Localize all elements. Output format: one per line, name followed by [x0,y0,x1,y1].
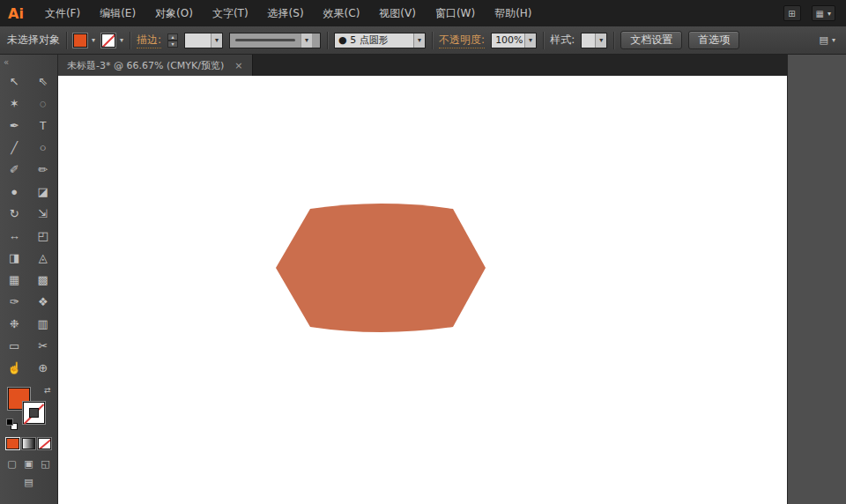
opacity-panel-link[interactable]: 不透明度: [439,33,485,48]
control-panel-menu-button[interactable]: ▤ ▾ [820,34,839,46]
width-profile-select[interactable]: ▾ [229,33,321,48]
arrange-documents-icon: ▦ [816,9,824,19]
stroke-width-select[interactable]: ▾ [184,33,223,48]
menu-file[interactable]: 文件(F) [35,0,90,26]
stepper-up-icon[interactable]: ▴ [167,33,178,41]
stepper-down-icon[interactable]: ▾ [167,41,178,48]
stroke-color-swatch[interactable] [101,33,115,48]
go-to-bridge-button[interactable]: ⊞ [783,5,801,21]
mesh-tool[interactable]: ▦ [0,269,29,291]
artboard-canvas[interactable] [58,76,787,504]
chevron-down-icon: ▾ [826,10,831,18]
menu-effect[interactable]: 效果(C) [314,0,370,26]
drawn-shape[interactable] [276,204,486,332]
direct-selection-tool[interactable]: ⇖ [29,70,58,93]
chevron-down-icon[interactable]: ▾ [301,33,312,48]
gradient-button[interactable] [22,438,35,449]
gradient-tool[interactable]: ▩ [29,269,58,291]
blend-tool[interactable]: ❖ [29,291,58,313]
default-fill-mini-swatch [6,419,13,426]
chevron-down-icon[interactable]: ▾ [118,36,123,44]
document-tab[interactable]: 未标题-3* @ 66.67% (CMYK/预览) × [58,55,253,76]
document-setup-button[interactable]: 文档设置 [620,31,682,49]
chevron-down-icon[interactable]: ▾ [595,33,606,48]
default-fill-stroke-button[interactable] [6,419,18,430]
menu-bar: Ai 文件(F) 编辑(E) 对象(O) 文字(T) 选择(S) 效果(C) 视… [0,0,846,26]
separator [543,32,544,49]
drawing-mode-buttons: ▢ ▣ ◱ [0,458,57,470]
menu-edit[interactable]: 编辑(E) [90,0,145,26]
chevron-down-icon[interactable]: ▾ [90,36,95,44]
free-transform-tool[interactable]: ◰ [29,225,58,247]
symbol-sprayer-tool[interactable]: ❉ [0,313,29,335]
document-tab-bar: 未标题-3* @ 66.67% (CMYK/预览) × [58,55,787,76]
menu-object[interactable]: 对象(O) [145,0,203,26]
illustrator-window: Ai 文件(F) 编辑(E) 对象(O) 文字(T) 选择(S) 效果(C) 视… [0,0,846,504]
stroke-panel-link[interactable]: 描边: [137,33,161,48]
pen-tool[interactable]: ✒ [0,115,29,137]
draw-behind-icon[interactable]: ▣ [21,458,36,470]
swap-fill-stroke-icon[interactable]: ⇄ [44,386,51,395]
pencil-tool[interactable]: ✏ [29,159,58,181]
column-graph-tool[interactable]: ▥ [29,313,58,335]
fill-color-swatch[interactable] [73,33,87,48]
opacity-select[interactable]: 100% ▾ [491,33,537,48]
arrange-documents-button[interactable]: ▦ ▾ [812,5,835,21]
selection-status: 未选择对象 [7,33,60,48]
magic-wand-tool[interactable]: ✶ [0,93,29,115]
close-icon[interactable]: × [234,60,242,71]
ellipse-tool[interactable]: ○ [29,137,58,159]
brush-preview-icon: ● [338,34,347,46]
preferences-button[interactable]: 首选项 [688,31,739,49]
blob-brush-tool[interactable]: ● [0,181,29,203]
bridge-icon: ⊞ [788,9,795,19]
chevron-down-icon[interactable]: ▾ [524,33,536,48]
slice-tool[interactable]: ✂ [29,335,58,357]
tools-panel-collapse-button[interactable]: « [0,55,57,70]
none-button[interactable] [38,438,51,449]
shape-builder-tool[interactable]: ◨ [0,247,29,269]
eraser-tool[interactable]: ◪ [29,181,58,203]
line-segment-tool[interactable]: ╱ [0,137,29,159]
menu-type[interactable]: 文字(T) [203,0,258,26]
chevron-down-icon[interactable]: ▾ [211,33,222,48]
document-tab-title: 未标题-3* @ 66.67% (CMYK/预览) [67,59,224,72]
screen-mode-control: ▤ [0,477,57,488]
separator [66,32,67,49]
chevron-down-icon: ▾ [830,36,835,44]
separator [432,32,433,49]
menu-view[interactable]: 视图(V) [369,0,426,26]
style-select[interactable]: ▾ [581,33,607,48]
screen-mode-icon[interactable]: ▤ [24,477,33,488]
opacity-value: 100% [492,34,524,46]
paint-type-buttons [0,438,57,449]
color-button[interactable] [6,438,19,449]
artboard-tool[interactable]: ▭ [0,335,29,357]
type-tool[interactable]: T [29,115,58,137]
menu-select[interactable]: 选择(S) [258,0,314,26]
scale-tool[interactable]: ⇲ [29,203,58,225]
tool-grid: ↖ ⇖ ✶ ◌ ✒ T ╱ ○ ✐ ✏ ● ◪ ↻ ⇲ ↔ ◰ ◨ ◬ ▦ ▩ [0,70,57,379]
menu-window[interactable]: 窗口(W) [426,0,485,26]
stroke-proxy-swatch[interactable] [23,402,45,424]
fill-color-control[interactable]: ▾ [73,33,95,48]
width-tool[interactable]: ↔ [0,225,29,247]
eyedropper-tool[interactable]: ✑ [0,291,29,313]
stroke-width-stepper[interactable]: ▴ ▾ [167,33,178,48]
selection-tool[interactable]: ↖ [0,70,29,93]
menu-help[interactable]: 帮助(H) [485,0,541,26]
chevron-down-icon[interactable]: ▾ [413,33,425,48]
rotate-tool[interactable]: ↻ [0,203,29,225]
hand-tool[interactable]: ☝ [0,357,29,379]
fill-stroke-indicator: ⇄ [6,386,52,430]
draw-inside-icon[interactable]: ◱ [38,458,53,470]
stroke-color-control[interactable]: ▾ [101,33,123,48]
draw-normal-icon[interactable]: ▢ [4,458,19,470]
right-panel-dock[interactable] [787,55,846,504]
width-profile-preview [235,39,295,41]
zoom-tool[interactable]: ⊕ [29,357,58,379]
brush-definition-select[interactable]: ● 5 点圆形 ▾ [334,33,426,48]
perspective-grid-tool[interactable]: ◬ [29,247,58,269]
paintbrush-tool[interactable]: ✐ [0,159,29,181]
lasso-tool[interactable]: ◌ [29,93,58,115]
